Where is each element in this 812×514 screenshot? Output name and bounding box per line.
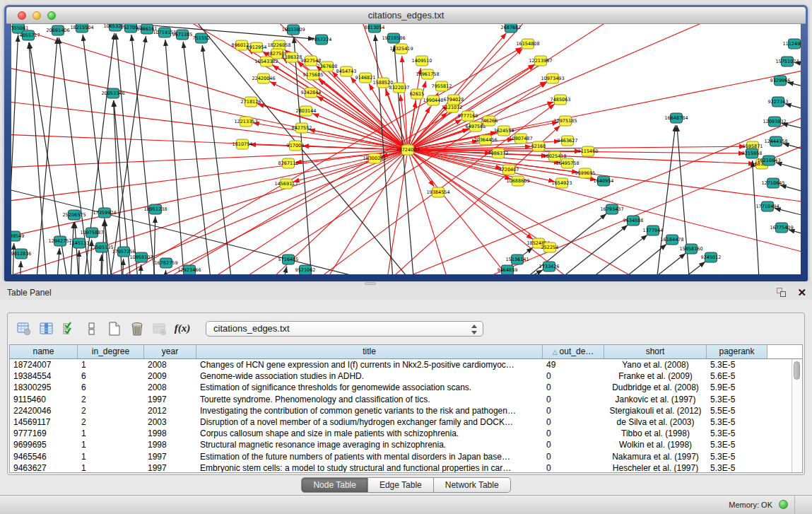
- table-row[interactable]: 946362711997Embryonic stem cells: a mode…: [10, 462, 792, 472]
- graph-node-label: 16782759: [154, 260, 177, 266]
- graph-node-label: 17710494: [755, 204, 779, 209]
- graph-node-label: 8215958: [742, 151, 763, 156]
- graph-node-label: 9521062: [295, 267, 316, 273]
- graph-node-label: 25206575: [62, 212, 86, 218]
- graph-node-label: 7485063: [551, 97, 571, 103]
- split-view-icon[interactable]: [83, 320, 101, 337]
- tab-node-table[interactable]: Node Table: [301, 477, 368, 493]
- graph-node-label: 9827548: [301, 58, 322, 64]
- select-columns-icon[interactable]: [37, 320, 56, 337]
- graph-node-label: 9699695: [575, 170, 596, 176]
- graph-node-label: 12975185: [553, 118, 577, 124]
- graph-node-label: 1810754: [233, 141, 253, 147]
- table-row[interactable]: 946554611997Estimation of the future num…: [10, 451, 792, 462]
- graph-node-label: 6794028: [444, 97, 464, 103]
- graph-node-label: 5716485: [278, 257, 299, 262]
- graph-node-label: 9777169: [458, 113, 478, 119]
- table-panel-content: f(x) citations_edges.txt namein_degreeye…: [7, 313, 805, 475]
- table-cell: Corpus callosum shape and size in male p…: [196, 428, 543, 439]
- table-cell: 0: [543, 394, 604, 405]
- table-cell: 0: [543, 428, 604, 439]
- table-cell: 19384554: [10, 370, 78, 382]
- table-cell: 9115460: [10, 394, 78, 405]
- table-header-row: namein_degreeyeartitle△out_de…shortpager…: [10, 345, 802, 359]
- graph-node-label: 18226058: [267, 42, 290, 48]
- table-row[interactable]: 1938455462009Genome-wide association stu…: [10, 370, 792, 382]
- function-builder-icon[interactable]: f(x): [173, 320, 192, 337]
- graph-node-label: 15858160: [679, 246, 702, 252]
- new-document-icon[interactable]: [105, 320, 124, 337]
- graph-node-label: 62160: [531, 144, 546, 149]
- graph-node-label: 10973493: [541, 76, 564, 81]
- graph-node-label: 746266: [481, 118, 498, 124]
- table-row[interactable]: 1830029562008Estimation of significance …: [10, 382, 792, 393]
- column-header-pagerank[interactable]: pagerank: [707, 345, 767, 358]
- graph-node-label: 751552: [193, 35, 211, 41]
- graph-node-label: 15751074: [775, 59, 799, 64]
- table-cell: 0: [543, 382, 604, 393]
- table-cell: 2: [78, 394, 144, 405]
- table-row[interactable]: 1456911722003Disruption of a novel membe…: [10, 416, 792, 428]
- table-cell: 18724007: [10, 359, 78, 370]
- table-row[interactable]: 2242004622012Investigating the contribut…: [10, 405, 792, 416]
- table-row[interactable]: 1872400712008Changes of HCN gene express…: [10, 359, 792, 370]
- graph-node-label: 8813054: [365, 25, 385, 30]
- table-cell: Hescheler et al. (1997): [604, 462, 707, 472]
- table-cell: 1: [78, 462, 144, 472]
- table-cell: 5.3E-5: [707, 359, 767, 370]
- graph-node-label: 10688609: [506, 178, 529, 184]
- scrollbar-thumb[interactable]: [794, 361, 800, 380]
- close-panel-icon[interactable]: ✕: [797, 286, 806, 299]
- table-row[interactable]: 977716911998Corpus callosum shape and si…: [10, 428, 792, 439]
- delete-rows-trash-icon[interactable]: [128, 320, 146, 337]
- graph-node-label: 9175685: [303, 72, 324, 78]
- graph-node-label: 10807487: [509, 136, 532, 141]
- column-header-title[interactable]: title: [196, 345, 543, 358]
- column-header-year[interactable]: year: [144, 345, 196, 358]
- network-canvas[interactable]: 1872400718300295193845548960123891295418…: [11, 24, 801, 274]
- table-source-dropdown[interactable]: citations_edges.txt: [206, 321, 483, 337]
- table-cell: 9465546: [10, 451, 78, 462]
- graph-node-label: 15136141: [505, 257, 529, 262]
- table-cell: Yano et al. (2008): [604, 359, 707, 370]
- table-cell: 5.3E-5: [707, 451, 767, 462]
- graph-node-label: 3624554: [494, 128, 514, 134]
- graph-node-label: 10975887: [80, 230, 103, 235]
- float-panel-icon[interactable]: [777, 288, 787, 298]
- table-vertical-scrollbar[interactable]: [792, 359, 802, 472]
- table-cell: Investigating the contribution of common…: [196, 405, 543, 416]
- splitter-grip-icon[interactable]: [365, 282, 376, 285]
- table-cell: 1997: [144, 394, 196, 405]
- table-cell: Jankovic et al. (1997): [604, 394, 707, 405]
- graph-node-label: 7955812: [432, 83, 452, 89]
- table-cell: 1: [78, 359, 144, 370]
- table-cell: 1: [78, 439, 144, 450]
- table-row[interactable]: 911546021997Tourette syndrome. Phenomeno…: [10, 394, 792, 405]
- tab-network-table[interactable]: Network Table: [434, 477, 511, 493]
- table-cell: 49: [543, 359, 604, 370]
- column-header-short[interactable]: short: [604, 345, 707, 358]
- graph-node-label: 9671385: [172, 32, 193, 37]
- column-header-out-de-[interactable]: △out_de…: [543, 345, 604, 358]
- table-cell: 0: [543, 439, 604, 450]
- graph-node-label: 18724007: [396, 147, 419, 153]
- graph-node-label: 9463627: [558, 138, 578, 144]
- graph-node-label: 18215504: [70, 25, 93, 30]
- table-row[interactable]: 969969511998Structural magnetic resonanc…: [10, 439, 792, 450]
- graph-node-label: 7857224: [312, 37, 332, 42]
- table-panel-titlebar: Table Panel ✕: [0, 286, 812, 300]
- table-cell: 18300295: [10, 382, 78, 393]
- network-window-titlebar[interactable]: citations_edges.txt: [6, 7, 806, 24]
- table-cell: Wolkin et al. (1998): [604, 439, 707, 450]
- table-settings-icon[interactable]: [15, 320, 33, 337]
- graph-node-label: 2687682: [501, 25, 522, 30]
- tab-edge-table[interactable]: Edge Table: [368, 477, 434, 493]
- column-header-in-degree[interactable]: in_degree: [78, 345, 144, 358]
- graph-node-label: 20691406: [46, 28, 69, 33]
- column-header-name[interactable]: name: [10, 345, 78, 358]
- graph-node-label: 12093832: [763, 119, 786, 124]
- graph-node-label: 16495758: [555, 160, 579, 166]
- column-checklist-icon[interactable]: [60, 320, 78, 337]
- citation-network-graph[interactable]: 1872400718300295193845548960123891295418…: [11, 24, 801, 274]
- node-table: namein_degreeyeartitle△out_de…shortpager…: [9, 344, 803, 473]
